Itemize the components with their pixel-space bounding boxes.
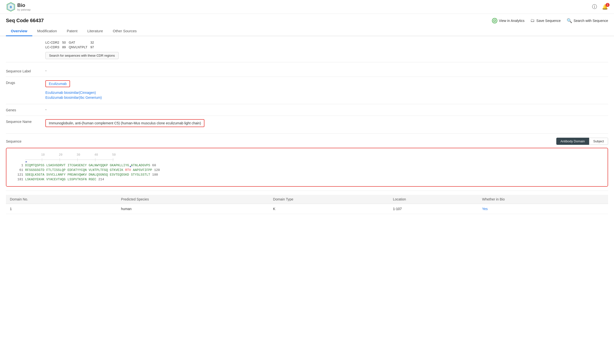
seq-num-4: 181: [11, 178, 23, 181]
cdr-num-lc-cdr2: 50: [62, 40, 69, 45]
header-icons: ⓘ 🔔 1: [592, 3, 608, 10]
seq-num-3: 121: [11, 173, 23, 177]
domain-table-header: Domain No. Predicted Species Domain Type…: [6, 195, 608, 204]
cdr-search-button[interactable]: Search for sequences with these CDR regi…: [45, 52, 119, 59]
seq-marker-mid: ◀: [129, 165, 131, 168]
sequence-section-label: Sequence: [6, 139, 45, 143]
seq-text-2a: RFSGSGSGTD FTLTISSLQP EDFATYYCQN VLNTPLT…: [25, 168, 110, 172]
save-sequence-button[interactable]: 🗂 Save Sequence: [530, 18, 561, 23]
save-icon: 🗂: [530, 18, 535, 23]
seq-marker-start: ▶: [26, 160, 27, 163]
page-actions: View in Analytics 🗂 Save Sequence 🔍 Sear…: [492, 18, 608, 23]
cdr-section: LC-CDR2 50 GAT 32 LC-CDR3 89 QNVLNTPLT 9…: [6, 36, 608, 61]
divider-1: [6, 62, 608, 62]
tab-modification[interactable]: Modification: [32, 26, 62, 36]
divider-5: [6, 133, 608, 134]
seq-text-2d: AAPSVFIFPP: [131, 168, 152, 172]
cdr-score-lc-cdr2: 32: [90, 40, 97, 45]
sequence-name-box: Immunoglobulin, anti-(human complement C…: [45, 119, 204, 127]
tab-other-sources[interactable]: Other Sources: [108, 26, 142, 36]
info-section: Sequence Label - Drugs Eculizumab Eculiz…: [6, 63, 608, 132]
seq-num-1: 1: [11, 164, 23, 167]
divider-3: [6, 104, 608, 104]
seq-text-2c: ◀RTV: [123, 168, 131, 172]
seq-text-3: SDEQLKSGTA SVVCLLNNFY PREAKVQWKV DNALQSG…: [25, 173, 150, 177]
sequence-label-value: -: [45, 69, 608, 73]
domain-table: Domain No. Predicted Species Domain Type…: [6, 195, 608, 214]
sequence-name-value: Immunoglobulin, anti-(human complement C…: [45, 119, 608, 127]
drug-link-cinnagen[interactable]: Eculizumab biosimilar(Cinnagen): [45, 91, 608, 95]
location-1: 1-107: [389, 204, 478, 214]
in-bio-1[interactable]: Yes: [482, 207, 488, 211]
svg-text:B: B: [10, 5, 12, 9]
logo-icon: B: [6, 2, 16, 12]
seq-line-2: 61 RFSGSGSGTD FTLTISSLQP EDFATYYCQN VLNT…: [11, 168, 603, 172]
tab-literature[interactable]: Literature: [82, 26, 108, 36]
page-header: Seq Code 66437 View in Analytics 🗂 Save …: [0, 14, 614, 26]
col-in-bio: Whether in Bio: [478, 195, 608, 204]
predicted-species-1: human: [117, 204, 269, 214]
search-label: Search with Sequence: [574, 19, 608, 23]
cdr-name-lc-cdr3: LC-CDR3: [45, 45, 62, 50]
cdr-seq-lc-cdr3: QNVLNTPLT: [69, 45, 90, 50]
col-domain-type: Domain Type: [269, 195, 389, 204]
col-location: Location: [389, 195, 478, 204]
seq-end-3: 180: [152, 173, 158, 177]
drug-link-ibc-generium[interactable]: Eculizumab biosimilar(Ibc Generium): [45, 96, 608, 99]
cdr-name-lc-cdr2: LC-CDR2: [45, 40, 62, 45]
col-domain-no: Domain No.: [6, 195, 117, 204]
sequence-header-row: Sequence Antibody Domain Subject: [6, 138, 608, 145]
seq-end-1: 60: [152, 164, 156, 167]
seq-line-2-content: RFSGSGSGTD FTLTISSLQP EDFATYYCQN VLNTPLT…: [25, 168, 152, 172]
drugs-value: Eculizumab Eculizumab biosimilar(Cinnage…: [45, 80, 608, 100]
sequence-viewer: 10 20 30 40 50 ─────────┼─────────┼─────…: [6, 148, 608, 187]
logo-area: B Bio by patsnap: [6, 2, 31, 12]
seq-ruler: 10 20 30 40 50: [25, 153, 603, 157]
seq-text-1: DIQMTQSPSS LSASVGDRVT ITCGASENIY GALNWYQ…: [25, 164, 150, 167]
genes-label: Genes: [6, 108, 45, 112]
tabs: Overview Modification Patent Literature …: [0, 26, 614, 36]
content: LC-CDR2 50 GAT 32 LC-CDR3 89 QNVLNTPLT 9…: [0, 36, 614, 214]
drugs-label: Drugs: [6, 80, 45, 85]
antibody-domain-toggle[interactable]: Antibody Domain: [556, 138, 589, 145]
divider-2: [6, 77, 608, 77]
notification-badge: 1: [606, 3, 610, 7]
genes-value: -: [45, 108, 608, 112]
view-in-analytics-button[interactable]: View in Analytics: [492, 18, 524, 23]
tab-patent[interactable]: Patent: [62, 26, 82, 36]
save-label: Save Sequence: [536, 19, 561, 23]
domain-no-1: 1: [6, 204, 117, 214]
analytics-label: View in Analytics: [499, 19, 524, 23]
seq-ruler-ticks: ─────────┼─────────┼─────────┼─────────┼…: [25, 158, 603, 162]
search-with-sequence-button[interactable]: 🔍 Search with Sequence: [567, 18, 608, 23]
sequence-name-primary: Immunoglobulin, anti-(human complement C…: [49, 121, 120, 125]
tab-overview[interactable]: Overview: [6, 26, 32, 36]
cdr-seq-lc-cdr2: GAT: [69, 40, 90, 45]
seq-end-2: 120: [154, 168, 160, 172]
drugs-row: Drugs Eculizumab Eculizumab biosimilar(C…: [6, 78, 608, 103]
seq-num-2: 61: [11, 168, 23, 172]
seq-text-2b: GTKVEIK: [110, 168, 123, 172]
help-button[interactable]: ⓘ: [592, 3, 597, 10]
logo-bio: Bio: [17, 2, 31, 8]
cdr-num-lc-cdr3: 89: [62, 45, 69, 50]
seq-line-1: 1 ▶ DIQMTQSPSS LSASVGDRVT ITCGASENIY GAL…: [11, 164, 603, 167]
page-title: Seq Code 66437: [6, 18, 44, 23]
divider-6: [6, 191, 608, 191]
sequence-name-label: Sequence Name: [6, 119, 45, 124]
help-icon: ⓘ: [592, 4, 597, 9]
genes-row: Genes -: [6, 105, 608, 115]
sequence-toggle-group: Antibody Domain Subject: [556, 138, 608, 145]
logo-text: Bio by patsnap: [17, 2, 31, 11]
cdr-score-lc-cdr3: 97: [90, 45, 97, 50]
search-icon: 🔍: [567, 18, 572, 23]
sequence-name-row: Sequence Name Immunoglobulin, anti-(huma…: [6, 117, 608, 130]
drug-tag-eculizumab[interactable]: Eculizumab: [45, 80, 70, 87]
seq-text-4: LSKADYEKHK VYACEVTHQG LSSPVTKSFN RGEC: [25, 178, 96, 181]
notification-button[interactable]: 🔔 1: [602, 4, 608, 10]
sequence-label-row: Sequence Label -: [6, 66, 608, 76]
domain-table-section: Domain No. Predicted Species Domain Type…: [6, 195, 608, 214]
seq-line-3: 121 SDEQLKSGTA SVVCLLNNFY PREAKVQWKV DNA…: [11, 173, 603, 177]
subject-toggle[interactable]: Subject: [589, 138, 608, 145]
sequence-name-secondary: (human-Mus musculus clone eculizumab lig…: [121, 121, 201, 125]
